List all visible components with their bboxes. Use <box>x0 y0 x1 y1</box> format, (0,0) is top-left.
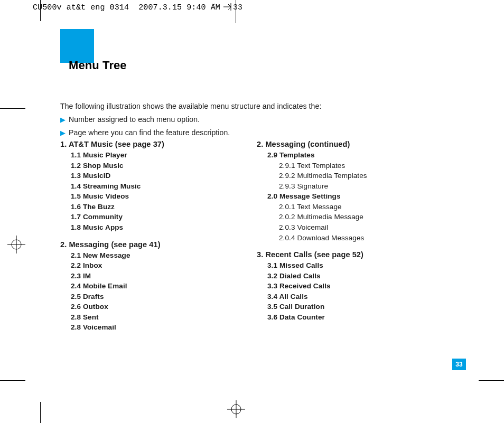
menu-item: 2.1 New Message <box>60 250 257 261</box>
print-header-page-marker: 33 <box>223 3 242 12</box>
intro-bullet: ▶ Number assigned to each menu option. <box>60 114 321 125</box>
menu-item: 2.4 Mobile Email <box>60 281 257 292</box>
registration-mark-icon <box>227 400 245 418</box>
print-header-filename: CU500v at&t eng 0314 2007.3.15 9:40 AM <box>33 3 220 12</box>
menu-item: 1.5 Music Videos <box>60 191 257 202</box>
section-heading: 2. Messaging (continued) <box>257 140 453 148</box>
menu-subitem: 2.9.1 Text Templates <box>257 161 453 171</box>
menu-subitem: 2.0.1 Text Message <box>257 202 453 212</box>
menu-item: 3.6 Data Counter <box>257 312 453 323</box>
menu-item: 2.2 Inbox <box>60 260 257 271</box>
menu-item: 3.1 Missed Calls <box>257 260 453 271</box>
page-content: Menu Tree The following illustration sho… <box>40 29 484 399</box>
menu-item: 1.1 Music Player <box>60 150 257 161</box>
menu-item: 1.3 MusicID <box>60 171 257 181</box>
menu-subitem: 2.0.4 Download Messages <box>257 233 453 243</box>
registration-mark-icon <box>7 236 25 253</box>
menu-item: 1.7 Community <box>60 212 257 222</box>
menu-item: 3.2 Dialed Calls <box>257 271 453 281</box>
menu-subitem: 2.0.2 Multimedia Message <box>257 212 453 222</box>
crop-mark <box>40 402 41 423</box>
page-number-badge: 33 <box>452 359 466 370</box>
section-heading: 3. Recent Calls (see page 52) <box>257 250 453 259</box>
menu-item: 1.4 Streaming Music <box>60 181 257 192</box>
triangle-bullet-icon: ▶ <box>60 128 66 138</box>
crop-mark <box>0 108 25 109</box>
menu-item: 2.6 Outbox <box>60 302 257 312</box>
menu-subitem: 2.9.3 Signature <box>257 181 453 192</box>
menu-subheading: 2.0 Message Settings <box>257 191 453 202</box>
triangle-bullet-icon: ▶ <box>60 115 66 125</box>
menu-item: 2.8 Sent <box>60 312 257 323</box>
menu-item: 2.5 Drafts <box>60 292 257 302</box>
intro-bullet: ▶ Page where you can find the feature de… <box>60 127 321 138</box>
print-header-glyph: ˘ <box>211 3 216 12</box>
menu-item: 3.5 Call Duration <box>257 302 453 312</box>
print-header-page-number: 33 <box>233 3 242 12</box>
menu-item: 2.8 Voicemail <box>60 322 257 333</box>
menu-subheading: 2.9 Templates <box>257 150 453 161</box>
crop-mark <box>0 380 25 381</box>
menu-item: 1.8 Music Apps <box>60 222 257 233</box>
menu-subitem: 2.0.3 Voicemail <box>257 222 453 233</box>
menu-subitem: 2.9.2 Multimedia Templates <box>257 171 453 181</box>
menu-item: 3.4 All Calls <box>257 292 453 302</box>
menu-item: 1.2 Shop Music <box>60 161 257 171</box>
menu-item: 3.3 Received Calls <box>257 281 453 292</box>
intro-bullet-text: Number assigned to each menu option. <box>69 114 200 125</box>
intro-block: The following illustration shows the ava… <box>60 101 321 138</box>
menu-item: 2.3 IM <box>60 271 257 281</box>
menu-column-left: 1. AT&T Music (see page 37) 1.1 Music Pl… <box>60 140 257 333</box>
menu-item: 1.6 The Buzz <box>60 202 257 212</box>
section-heading: 1. AT&T Music (see page 37) <box>60 140 257 148</box>
menu-column-right: 2. Messaging (continued) 2.9 Templates 2… <box>257 140 453 333</box>
intro-line: The following illustration shows the ava… <box>60 101 321 112</box>
intro-bullet-text: Page where you can find the feature desc… <box>69 127 230 138</box>
section-heading: 2. Messaging (see page 41) <box>60 240 257 249</box>
title-accent-box <box>60 29 94 63</box>
page-title: Menu Tree <box>69 59 127 72</box>
